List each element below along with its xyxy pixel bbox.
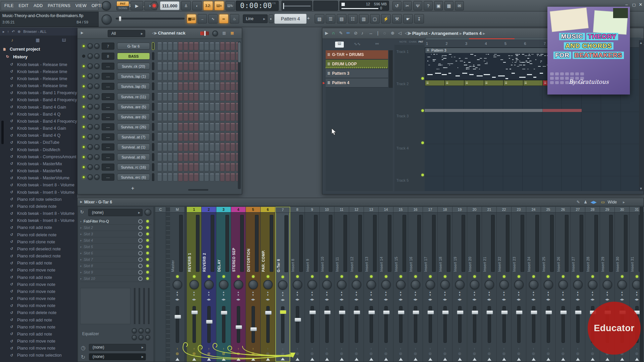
strip-updown-icon[interactable]: ▲ ▼ — [532, 291, 535, 297]
strip-number[interactable]: 15 — [393, 207, 408, 213]
strip-name[interactable]: Insert 16 — [409, 215, 414, 272]
step-button[interactable] — [189, 93, 194, 101]
channel-mute-led[interactable] — [82, 95, 85, 98]
strip-fader[interactable] — [443, 306, 447, 343]
history-item[interactable]: ↺Knob tweak - Band 4 Gain — [0, 104, 77, 111]
browser-up-icon[interactable]: ↑ — [7, 29, 9, 34]
strip-updown-icon[interactable]: ▲ ▼ — [208, 291, 210, 297]
strip-updown-icon[interactable]: ▲ ▼ — [267, 291, 269, 297]
playback-position-slider[interactable] — [281, 1, 312, 11]
strip-number[interactable]: 8 — [290, 207, 305, 213]
step-button[interactable] — [199, 173, 204, 181]
strip-updown-icon[interactable]: ▲ ▼ — [296, 291, 299, 297]
fx-mix-knob[interactable] — [138, 251, 143, 255]
strip-select-triangle-icon[interactable] — [399, 358, 403, 361]
step-button[interactable] — [173, 153, 178, 161]
strip-fader-cap[interactable] — [206, 320, 213, 324]
strip-fader-cap[interactable] — [280, 310, 286, 314]
pattern-item[interactable]: ☰Pattern 3 — [326, 69, 388, 78]
strip-fader-cap[interactable] — [413, 310, 419, 314]
step-button[interactable] — [220, 143, 225, 151]
strip-name[interactable]: Insert 24 — [527, 215, 532, 272]
strip-updown-icon[interactable]: ▲ ▼ — [591, 291, 594, 297]
play-button[interactable]: ▶ — [130, 1, 143, 10]
channel-mute-led[interactable] — [82, 145, 85, 148]
strip-leftright-icon[interactable]: ◀▶ — [635, 298, 639, 301]
strip-name[interactable]: Insert 29 — [601, 215, 605, 272]
strip-enable-led[interactable] — [176, 275, 179, 278]
eq-knob[interactable] — [139, 328, 144, 333]
strip-route-arrow-icon[interactable]: ↑ — [503, 347, 505, 351]
mixer-strip-24[interactable]: 24Insert 24▲ ▼◀▶↑◎• — [526, 207, 541, 362]
step-button[interactable] — [199, 103, 204, 111]
strip-fader[interactable] — [488, 306, 491, 343]
pattern-scrollbar[interactable] — [389, 50, 393, 88]
step-button[interactable] — [163, 93, 167, 101]
channel-mute-led[interactable] — [82, 85, 85, 88]
step-button[interactable] — [204, 82, 209, 90]
strip-pan-knob[interactable] — [337, 280, 346, 289]
step-button[interactable] — [157, 163, 162, 171]
channel-button[interactable]: Surviva..are (6) — [117, 113, 150, 120]
history-item[interactable]: ↺Piano roll clone note — [0, 238, 77, 245]
step-button[interactable] — [157, 153, 162, 161]
project-picker-icon[interactable]: ▢ — [370, 14, 380, 23]
mixer-strip-25[interactable]: 25Insert 25▲ ▼◀▶↑◎• — [541, 207, 556, 362]
strip-route-arrow-icon[interactable]: ↑ — [474, 347, 475, 351]
history-item[interactable]: ↺Knob tweak - MasterVolume — [0, 175, 77, 182]
channel-pan-knob[interactable] — [88, 124, 93, 129]
step-button[interactable] — [220, 153, 225, 161]
add-pattern-button[interactable]: + — [307, 15, 310, 21]
channel-button[interactable]: Surviva..re (26) — [117, 123, 150, 130]
browser-window-icon[interactable]: ▥ — [359, 14, 369, 23]
step-button[interactable] — [230, 52, 235, 60]
step-button[interactable] — [210, 82, 214, 90]
strip-leftright-icon[interactable]: ◀▶ — [576, 298, 580, 301]
channel-volume-knob[interactable] — [94, 164, 100, 170]
fx-slot[interactable]: ▸Slot 10 — [80, 276, 151, 282]
step-button[interactable] — [183, 133, 188, 141]
track2-clip[interactable]: ☰ — [523, 80, 543, 86]
strip-number[interactable]: 30 — [615, 207, 629, 213]
strip-pan-knob[interactable] — [396, 280, 406, 289]
strip-pan-knob[interactable] — [293, 280, 302, 289]
channel-pan-knob[interactable] — [88, 164, 93, 170]
step-button[interactable] — [210, 42, 214, 50]
strip-number[interactable]: 3 — [216, 207, 231, 213]
strip-name[interactable]: Insert 10 — [320, 215, 325, 272]
channel-pan-knob[interactable] — [88, 154, 93, 160]
strip-fader-cap[interactable] — [265, 311, 272, 315]
track-label[interactable]: Track 4 — [396, 146, 409, 150]
history-item[interactable]: ↺Piano roll move note — [0, 267, 77, 274]
rack-graph-icon[interactable]: ▥ — [222, 31, 226, 35]
channel-volume-knob[interactable] — [94, 154, 100, 160]
picker-tab-chan[interactable]: CHAN — [409, 40, 417, 43]
strip-enable-led[interactable] — [503, 275, 505, 278]
step-button[interactable] — [230, 93, 235, 101]
step-button[interactable] — [199, 82, 204, 90]
step-button[interactable] — [225, 173, 230, 181]
mixer-menu-icon[interactable]: ▶ — [80, 200, 83, 203]
channel-mute-led[interactable] — [82, 55, 85, 58]
picker-tab-pat[interactable]: PAT — [419, 40, 423, 43]
track2-clip[interactable]: ☰ — [464, 80, 484, 86]
strip-select-triangle-icon[interactable] — [325, 358, 329, 361]
strip-fader-cap[interactable] — [324, 310, 331, 314]
step-button[interactable] — [189, 82, 194, 90]
playlist-vscrollbar[interactable]: ▲ ▼ — [639, 40, 643, 191]
step-button[interactable] — [157, 72, 162, 80]
strip-leftright-icon[interactable]: ◀▶ — [413, 298, 417, 301]
browser-history[interactable]: ↻History — [0, 53, 77, 60]
fx-mix-knob[interactable] — [138, 277, 143, 281]
song-mode[interactable]: SONG — [117, 6, 129, 10]
step-button[interactable] — [157, 52, 162, 60]
step-button[interactable] — [194, 62, 199, 70]
browser-back-icon[interactable]: ▸ — [3, 29, 5, 34]
rack-swing-slider[interactable] — [200, 32, 209, 35]
browser-scrollbar[interactable] — [1, 121, 4, 144]
fx-slot[interactable]: ▸Slot 6 — [80, 250, 151, 256]
magnet-icon[interactable]: ∩ — [332, 31, 335, 36]
history-item[interactable]: ↺Knob tweak - Band 4 Gain — [0, 125, 77, 132]
step-button[interactable] — [183, 103, 188, 111]
step-button[interactable] — [220, 82, 225, 90]
